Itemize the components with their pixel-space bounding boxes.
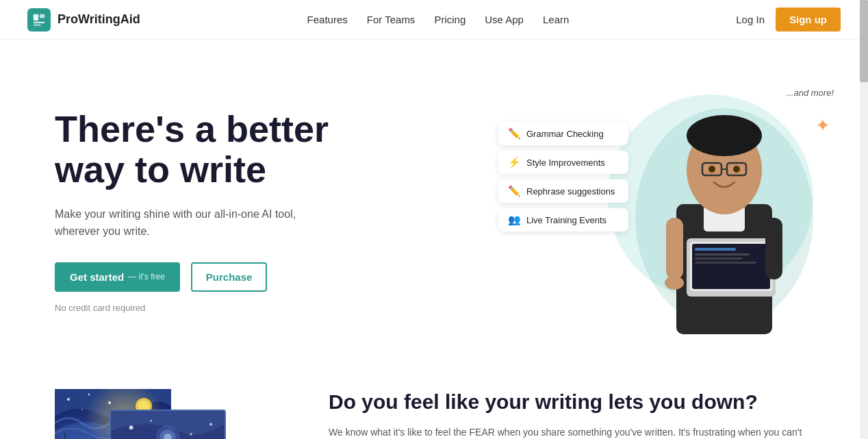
scrollbar-thumb[interactable]	[860, 0, 868, 82]
signup-button[interactable]: Sign up	[776, 8, 841, 32]
nav-learn[interactable]: Learn	[543, 14, 569, 25]
hero-buttons: Get started — it's free Purchase	[55, 262, 329, 292]
logo-text: ProWritingAid	[58, 12, 140, 27]
hero-person-image	[628, 81, 820, 334]
svg-rect-19	[695, 258, 743, 260]
second-section: My idea in my head Do you feel like your…	[0, 368, 868, 439]
training-icon: 👥	[508, 214, 521, 226]
svg-point-29	[108, 401, 111, 404]
plus-decoration: ✦	[815, 115, 830, 136]
svg-rect-20	[695, 262, 756, 264]
svg-point-12	[709, 166, 715, 173]
grammar-icon: ✏️	[508, 127, 521, 140]
svg-point-30	[81, 409, 83, 410]
nav-links: Features For Teams Pricing Use App Learn	[307, 14, 570, 26]
svg-point-43	[190, 433, 192, 436]
nav-for-teams[interactable]: For Teams	[367, 14, 416, 25]
svg-point-42	[150, 420, 152, 422]
svg-point-41	[209, 423, 212, 425]
svg-rect-2	[34, 21, 45, 23]
navigation: ProWritingAid Features For Teams Pricing…	[0, 0, 868, 40]
feature-card-grammar: ✏️ Grammar Checking	[498, 122, 628, 145]
feature-cards-list: ✏️ Grammar Checking ⚡ Style Improvements…	[498, 122, 628, 231]
svg-rect-17	[695, 248, 736, 251]
svg-point-28	[88, 394, 90, 396]
svg-rect-1	[40, 14, 44, 18]
nav-use-app[interactable]: Use App	[485, 14, 524, 25]
feature-card-style: ⚡ Style Improvements	[498, 151, 628, 174]
second-section-text: We know what it's like to feel the FEAR …	[329, 425, 813, 440]
rephrase-icon: ✏️	[508, 185, 521, 197]
second-left-image: My idea in my head	[55, 389, 288, 439]
hero-subtitle: Make your writing shine with our all-in-…	[55, 205, 301, 240]
nav-right: Log In Sign up	[736, 8, 841, 32]
nav-pricing[interactable]: Pricing	[434, 14, 465, 25]
logo-link[interactable]: ProWritingAid	[27, 8, 140, 32]
hero-illustration: ✏️ Grammar Checking ⚡ Style Improvements…	[498, 81, 841, 341]
feature-card-training: 👥 Live Training Events	[498, 208, 628, 231]
logo-icon	[27, 8, 51, 32]
get-started-button[interactable]: Get started — it's free	[55, 262, 180, 292]
hero-section: There's a better way to write Make your …	[0, 40, 868, 368]
svg-rect-21	[666, 218, 683, 279]
no-credit-card-note: No credit card required	[55, 303, 329, 313]
nav-features[interactable]: Features	[307, 14, 348, 25]
feature-card-rephrase: ✏️ Rephrase suggestions	[498, 179, 628, 203]
svg-point-8	[687, 115, 762, 156]
hero-title: There's a better way to write	[55, 109, 329, 190]
svg-rect-3	[34, 24, 41, 25]
hero-left: There's a better way to write Make your …	[55, 109, 329, 313]
svg-rect-0	[34, 14, 38, 20]
second-section-title: Do you feel like your writing lets you d…	[329, 389, 813, 415]
scrollbar-track[interactable]	[860, 0, 868, 439]
purchase-button[interactable]: Purchase	[191, 262, 268, 292]
svg-point-40	[129, 425, 133, 429]
svg-rect-18	[695, 253, 750, 255]
svg-point-23	[665, 276, 684, 290]
second-right-content: Do you feel like your writing lets you d…	[329, 382, 813, 439]
art-image-secondary	[110, 410, 226, 439]
style-icon: ⚡	[508, 156, 521, 168]
svg-point-27	[67, 398, 70, 401]
login-link[interactable]: Log In	[736, 14, 765, 25]
svg-point-13	[733, 166, 740, 173]
svg-rect-22	[765, 218, 782, 279]
